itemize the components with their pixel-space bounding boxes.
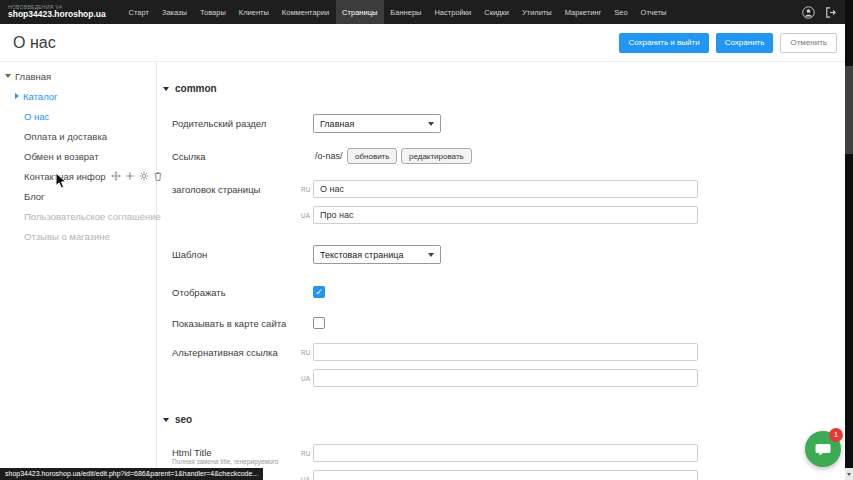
add-icon[interactable] bbox=[125, 171, 135, 181]
alt-link-ru-input[interactable] bbox=[313, 343, 698, 361]
trash-icon[interactable] bbox=[153, 171, 163, 181]
page-title-ru-input[interactable] bbox=[313, 180, 698, 198]
html-title-ru-row: Html Title Полная замена title, генериру… bbox=[158, 444, 845, 462]
parent-section-row: Родительский раздел Главная bbox=[158, 114, 845, 133]
parent-section-select[interactable]: Главная bbox=[313, 114, 441, 133]
display-row: Отображать ✓ bbox=[158, 284, 845, 300]
browser-status-bar: shop34423.horoshop.ua/edit/edit.php?id=6… bbox=[0, 468, 263, 480]
sitemap-row: Показывать в карте сайта bbox=[158, 315, 845, 331]
menu-item-reports[interactable]: Отчеты bbox=[634, 0, 673, 24]
link-update-button[interactable]: обновить bbox=[347, 148, 397, 164]
scrollbar[interactable] bbox=[845, 0, 853, 480]
sidebar-item-about[interactable]: О нас bbox=[0, 106, 156, 126]
lang-ua-label: UA bbox=[301, 369, 310, 387]
chat-bubble-icon bbox=[814, 440, 832, 458]
chevron-down-icon bbox=[428, 122, 434, 126]
save-button[interactable]: Сохранить bbox=[716, 33, 774, 53]
sidebar-item-user-agreement[interactable]: Пользовательское соглашение bbox=[0, 206, 156, 226]
lang-ru-label: RU bbox=[301, 444, 310, 462]
sidebar-item-blog[interactable]: Блог bbox=[0, 186, 156, 206]
pages-tree-sidebar: Главная Каталог О нас Оплата и доставка … bbox=[0, 62, 157, 480]
gear-icon[interactable] bbox=[139, 171, 149, 181]
template-value: Текстовая страница bbox=[320, 250, 403, 260]
logout-icon[interactable] bbox=[824, 6, 837, 19]
menu-item-settings[interactable]: Настройки bbox=[428, 0, 478, 24]
move-icon[interactable] bbox=[111, 171, 121, 181]
menu-item-products[interactable]: Товары bbox=[193, 0, 232, 24]
section-seo-label: seo bbox=[175, 414, 192, 425]
alt-link-ua-input[interactable] bbox=[313, 369, 698, 387]
sidebar-item-payment-delivery[interactable]: Оплата и доставка bbox=[0, 126, 156, 146]
chevron-down-icon[interactable] bbox=[5, 74, 11, 78]
arrow-down-icon bbox=[847, 473, 851, 476]
sidebar-item-home[interactable]: Главная bbox=[0, 66, 156, 86]
brand-logo[interactable]: НОВОВВЕДЕНИЯ V4 shop34423.horoshop.ua bbox=[0, 5, 122, 20]
mouse-cursor bbox=[55, 172, 67, 194]
menu-item-discounts[interactable]: Скидки bbox=[478, 0, 516, 24]
alt-link-label: Альтернативная ссылка bbox=[172, 343, 278, 361]
lang-ua-label: UA bbox=[301, 206, 310, 224]
template-select[interactable]: Текстовая страница bbox=[313, 245, 441, 264]
menu-item-orders[interactable]: Заказы bbox=[155, 0, 193, 24]
page-title-label: заголовок страницы bbox=[172, 180, 260, 198]
section-common-label: common bbox=[175, 83, 217, 94]
page-edit-form: common Родительский раздел Главная Ссылк… bbox=[158, 62, 845, 480]
page-title-ru-row: заголовок страницы RU bbox=[158, 180, 845, 198]
main-menu: Старт Заказы Товары Клиенты Комментарии … bbox=[122, 0, 673, 24]
menu-item-clients[interactable]: Клиенты bbox=[232, 0, 275, 24]
scrollbar-thumb[interactable] bbox=[845, 66, 853, 154]
alt-link-ua-row: UA bbox=[158, 369, 845, 387]
lang-ua-label: UA bbox=[301, 470, 310, 480]
collapse-icon bbox=[163, 418, 169, 422]
sidebar-item-label: Оплата и доставка bbox=[24, 131, 107, 142]
lang-ru-label: RU bbox=[301, 343, 310, 361]
html-title-hint: Полная замена title, генерируемого bbox=[172, 458, 278, 465]
template-label: Шаблон bbox=[172, 245, 207, 264]
collapse-icon bbox=[163, 87, 169, 91]
sidebar-item-catalog[interactable]: Каталог bbox=[0, 86, 156, 106]
sidebar-item-label: О нас bbox=[24, 111, 49, 122]
chevron-right-icon[interactable] bbox=[15, 93, 19, 99]
parent-section-label: Родительский раздел bbox=[172, 114, 266, 133]
page-title-ua-row: UA bbox=[158, 206, 845, 224]
html-title-ua-input[interactable] bbox=[313, 470, 698, 480]
sidebar-item-contact-info[interactable]: Контактная инфор bbox=[0, 166, 156, 186]
menu-item-pages[interactable]: Страницы bbox=[336, 0, 384, 24]
menu-item-start[interactable]: Старт bbox=[122, 0, 155, 24]
link-label: Ссылка bbox=[172, 147, 206, 165]
section-common-header[interactable]: common bbox=[163, 83, 217, 94]
scrollbar-down-button[interactable] bbox=[845, 468, 853, 480]
lang-ru-label: RU bbox=[301, 180, 310, 198]
cancel-button[interactable]: Отменить bbox=[780, 33, 837, 53]
sidebar-item-label: Блог bbox=[24, 191, 45, 202]
sidebar-item-label: Пользовательское соглашение bbox=[24, 211, 161, 222]
sidebar-item-label: Главная bbox=[15, 71, 51, 82]
link-edit-button[interactable]: редактировать bbox=[401, 148, 472, 164]
sitemap-checkbox[interactable] bbox=[313, 317, 325, 329]
page-title: О нас bbox=[0, 34, 56, 52]
save-and-exit-button[interactable]: Сохранить и выйти bbox=[619, 33, 708, 53]
header-buttons: Сохранить и выйти Сохранить Отменить bbox=[619, 33, 853, 53]
html-title-ru-input[interactable] bbox=[313, 444, 698, 462]
page-title-ua-input[interactable] bbox=[313, 206, 698, 224]
page-header: О нас Сохранить и выйти Сохранить Отмени… bbox=[0, 24, 853, 62]
sidebar-item-store-reviews[interactable]: Отзывы о магазине bbox=[0, 226, 156, 246]
section-seo-header[interactable]: seo bbox=[163, 414, 192, 425]
admin-screen: НОВОВВЕДЕНИЯ V4 shop34423.horoshop.ua Ст… bbox=[0, 0, 853, 480]
menu-item-comments[interactable]: Комментарии bbox=[275, 0, 335, 24]
brand-domain: shop34423.horoshop.ua bbox=[8, 10, 122, 19]
menu-item-banners[interactable]: Баннеры bbox=[384, 0, 428, 24]
display-checkbox[interactable]: ✓ bbox=[313, 286, 325, 298]
account-icon[interactable] bbox=[802, 6, 815, 19]
sidebar-item-exchange-return[interactable]: Обмен и возврат bbox=[0, 146, 156, 166]
sidebar-item-label: Отзывы о магазине bbox=[24, 231, 110, 242]
menu-item-utilities[interactable]: Утилиты bbox=[515, 0, 558, 24]
menu-item-seo[interactable]: Seo bbox=[608, 0, 634, 24]
row-action-icons bbox=[111, 171, 163, 181]
topbar: НОВОВВЕДЕНИЯ V4 shop34423.horoshop.ua Ст… bbox=[0, 0, 853, 24]
link-row: Ссылка /o-nas/ обновить редактировать bbox=[158, 147, 845, 165]
alt-link-ru-row: Альтернативная ссылка RU bbox=[158, 343, 845, 361]
parent-section-value: Главная bbox=[320, 119, 354, 129]
menu-item-marketing[interactable]: Маркетинг bbox=[558, 0, 607, 24]
display-label: Отображать bbox=[172, 284, 226, 300]
